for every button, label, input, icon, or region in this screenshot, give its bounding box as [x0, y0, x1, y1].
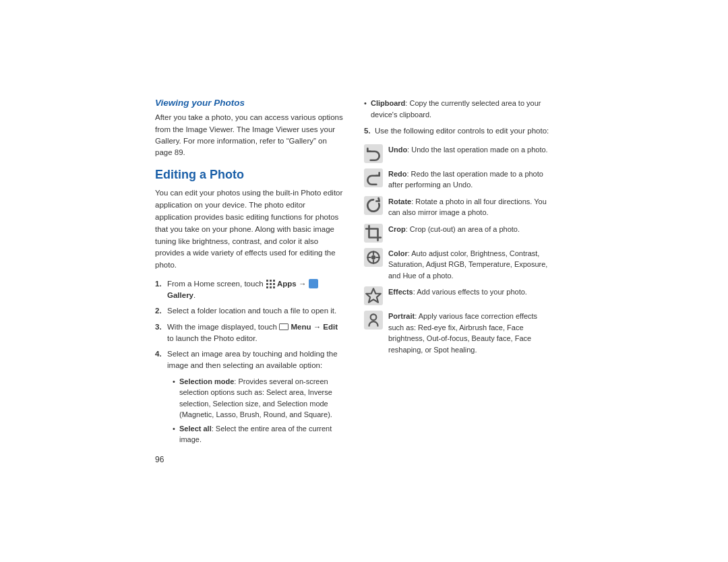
svg-point-1 — [371, 255, 376, 259]
editing-section-title: Editing a Photo — [155, 168, 344, 182]
apps-icon — [266, 279, 275, 288]
viewing-intro-text: After you take a photo, you can access v… — [155, 112, 344, 158]
step-1-num: 1. — [155, 278, 162, 290]
bullet-selection-mode: Selection mode: Provides several on-scre… — [173, 376, 344, 420]
redo-icon — [364, 168, 383, 187]
portrait-text: Portrait: Apply various face correction … — [388, 311, 553, 355]
edit-label: Edit — [323, 323, 338, 331]
step-3: 3. With the image displayed, touch Menu … — [155, 321, 344, 345]
page-number: 96 — [155, 455, 344, 464]
clipboard-bullet: Clipboard: Copy the currently selected a… — [364, 98, 553, 120]
left-column: Viewing your Photos After you take a pho… — [155, 98, 344, 464]
redo-text: Redo: Redo the last operation made to a … — [388, 168, 553, 191]
editing-intro-text: You can edit your photos using the built… — [155, 187, 344, 272]
select-all-label: Select all — [179, 425, 212, 433]
steps-list: 1. From a Home screen, touch Apps → Gall… — [155, 278, 344, 445]
clipboard-label: Clipboard — [371, 99, 405, 107]
menu-label: Menu — [291, 323, 311, 331]
selection-mode-label: Selection mode — [179, 377, 234, 385]
step-5-num: 5. — [364, 127, 371, 135]
gallery-icon — [309, 279, 318, 288]
effects-row: Effects: Add various effects to your pho… — [364, 286, 553, 305]
step-2-num: 2. — [155, 305, 162, 317]
step-3-num: 3. — [155, 321, 162, 333]
color-row: Color: Auto adjust color, Brightness, Co… — [364, 248, 553, 282]
bullet-select-all: Select all: Select the entire area of th… — [173, 423, 344, 445]
content-area: Viewing your Photos After you take a pho… — [155, 84, 573, 477]
svg-marker-6 — [366, 288, 381, 303]
step-4: 4. Select an image area by touching and … — [155, 348, 344, 445]
gallery-label: Gallery — [167, 291, 193, 299]
rotate-row: Rotate: Rotate a photo in all four direc… — [364, 196, 553, 218]
step-2: 2. Select a folder location and touch a … — [155, 305, 344, 317]
menu-icon — [279, 323, 289, 330]
step-4-num: 4. — [155, 348, 162, 360]
svg-point-7 — [371, 314, 377, 320]
rotate-text: Rotate: Rotate a photo in all four direc… — [388, 196, 553, 218]
use-following-text: 5. Use the following editor controls to … — [364, 125, 553, 137]
crop-row: Crop: Crop (cut-out) an area of a photo. — [364, 224, 553, 243]
portrait-row: Portrait: Apply various face correction … — [364, 311, 553, 355]
crop-text: Crop: Crop (cut-out) an area of a photo. — [388, 224, 553, 235]
undo-icon — [364, 144, 383, 163]
page: Viewing your Photos After you take a pho… — [0, 0, 728, 562]
crop-icon — [364, 224, 383, 243]
step-4-bullets: Selection mode: Provides several on-scre… — [167, 376, 344, 445]
color-icon — [364, 248, 383, 267]
redo-row: Redo: Redo the last operation made to a … — [364, 168, 553, 191]
color-text: Color: Auto adjust color, Brightness, Co… — [388, 248, 553, 282]
arrow-1: → — [299, 280, 307, 288]
portrait-icon — [364, 311, 383, 330]
right-column: Clipboard: Copy the currently selected a… — [364, 98, 553, 361]
viewing-section-title: Viewing your Photos — [155, 98, 344, 108]
undo-row: Undo: Undo the last operation made on a … — [364, 144, 553, 163]
undo-text: Undo: Undo the last operation made on a … — [388, 144, 553, 156]
apps-label: Apps — [277, 280, 297, 288]
effects-text: Effects: Add various effects to your pho… — [388, 286, 553, 298]
arrow-2: → — [313, 323, 322, 331]
step-1: 1. From a Home screen, touch Apps → Gall… — [155, 278, 344, 302]
effects-icon — [364, 286, 383, 305]
rotate-icon — [364, 196, 383, 215]
